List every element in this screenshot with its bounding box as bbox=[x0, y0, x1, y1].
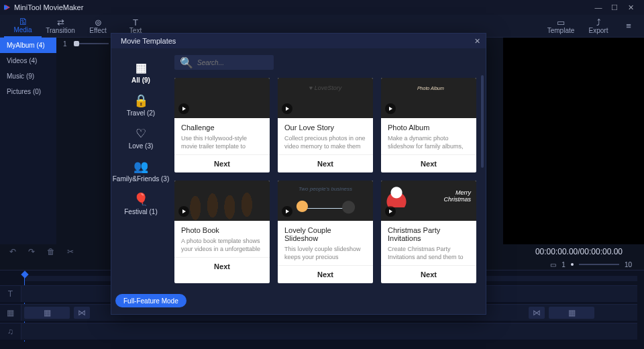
sidebar-item-pictures[interactable]: Pictures (0) bbox=[0, 84, 56, 99]
play-icon[interactable] bbox=[178, 206, 189, 217]
video-clip[interactable]: ▦ bbox=[24, 307, 70, 319]
sidebar-item-label: MyAlbum (4) bbox=[7, 42, 45, 49]
play-icon[interactable] bbox=[385, 206, 396, 217]
fit-icon[interactable]: ▭ bbox=[550, 261, 556, 268]
app-title: MiniTool MovieMaker bbox=[14, 3, 83, 11]
search-box[interactable]: 🔍 bbox=[174, 55, 274, 70]
heart-icon: ♡ bbox=[136, 128, 146, 140]
tab-export-label: Export bbox=[589, 27, 608, 34]
category-label: All (9) bbox=[131, 77, 150, 84]
preview-monitor bbox=[503, 38, 644, 244]
template-card[interactable]: Photo AlbumMake a dynamic photo slidesho… bbox=[381, 78, 476, 172]
template-thumbnail bbox=[381, 181, 476, 221]
tab-media-label: Media bbox=[13, 26, 32, 34]
category-label: Festival (1) bbox=[124, 208, 157, 215]
tab-export[interactable]: ⤴ Export bbox=[580, 15, 617, 38]
menu-icon: ≡ bbox=[626, 21, 631, 30]
audio-track-icon: ♫ bbox=[0, 323, 21, 340]
hamburger-menu[interactable]: ≡ bbox=[617, 15, 640, 38]
play-icon[interactable] bbox=[385, 103, 396, 114]
category-festival[interactable]: 🎈 Festival (1) bbox=[124, 193, 157, 215]
transition-clip[interactable]: ⋈ bbox=[529, 307, 545, 319]
category-love[interactable]: ♡ Love (3) bbox=[129, 128, 154, 150]
template-description: This lovely couple slideshow keeps your … bbox=[284, 245, 366, 261]
play-icon[interactable] bbox=[282, 206, 292, 217]
lock-icon: 🔒 bbox=[133, 95, 148, 107]
next-button[interactable]: Next bbox=[381, 265, 476, 283]
audio-track[interactable]: ♫ bbox=[0, 323, 637, 340]
thumbnail-size-slider[interactable] bbox=[74, 43, 109, 44]
search-icon: 🔍 bbox=[180, 56, 193, 69]
minimize-button[interactable]: — bbox=[590, 3, 606, 11]
sidebar-item-myalbum[interactable]: MyAlbum (4) bbox=[0, 38, 56, 53]
template-card[interactable]: Photo BookA photo book template shows yo… bbox=[174, 181, 270, 283]
dialog-title: Movie Templates bbox=[121, 37, 176, 45]
text-track-icon: T bbox=[0, 286, 21, 302]
template-grid-area: 🔍 ChallengeUse this Hollywood-style movi… bbox=[170, 48, 486, 314]
sidebar-item-music[interactable]: Music (9) bbox=[0, 68, 56, 84]
template-description: Create Christmas Party Invitations and s… bbox=[388, 245, 470, 261]
scrollbar-thumb[interactable] bbox=[481, 75, 484, 168]
template-title: Photo Album bbox=[388, 123, 470, 132]
play-icon[interactable] bbox=[178, 103, 189, 114]
scrollbar[interactable] bbox=[481, 75, 484, 307]
maximize-button[interactable]: ☐ bbox=[606, 3, 623, 12]
next-button[interactable]: Next bbox=[278, 154, 373, 172]
zoom-max: 10 bbox=[625, 261, 632, 268]
tab-transition[interactable]: ⇄ Transition bbox=[42, 15, 79, 38]
full-feature-label: Full-Feature Mode bbox=[123, 297, 178, 305]
close-button[interactable]: ✕ bbox=[623, 3, 639, 12]
category-label: Travel (2) bbox=[127, 109, 155, 117]
category-label: Family&Friends (3) bbox=[113, 175, 169, 183]
next-button[interactable]: Next bbox=[278, 265, 373, 283]
redo-button[interactable]: ↷ bbox=[28, 247, 35, 256]
sidebar-item-label: Pictures (0) bbox=[7, 88, 41, 95]
template-thumbnail bbox=[174, 78, 270, 118]
dialog-titlebar: Movie Templates ✕ bbox=[111, 34, 486, 48]
template-thumbnail bbox=[278, 181, 373, 221]
tab-template[interactable]: ▭ Template bbox=[542, 15, 580, 38]
next-button[interactable]: Next bbox=[381, 154, 476, 172]
template-title: Christmas Party Invitations bbox=[388, 226, 470, 242]
category-travel[interactable]: 🔒 Travel (2) bbox=[127, 95, 155, 117]
template-card[interactable]: Lovely Couple SlideshowThis lovely coupl… bbox=[278, 181, 373, 283]
export-icon: ⤴ bbox=[596, 18, 601, 27]
cut-button[interactable]: ✂ bbox=[67, 247, 74, 256]
zoom-slider[interactable] bbox=[579, 264, 619, 265]
transition-icon: ⇄ bbox=[57, 18, 64, 27]
sidebar-item-videos[interactable]: Videos (4) bbox=[0, 53, 56, 68]
search-input[interactable] bbox=[197, 59, 268, 66]
template-title: Lovely Couple Slideshow bbox=[284, 226, 366, 242]
next-button[interactable]: Next bbox=[174, 257, 270, 275]
next-button[interactable]: Next bbox=[174, 154, 270, 172]
effect-icon: ⊚ bbox=[95, 18, 102, 27]
template-icon: ▭ bbox=[557, 18, 565, 27]
template-description: Use this Hollywood-style movie trailer t… bbox=[181, 134, 263, 150]
template-card[interactable]: Christmas Party InvitationsCreate Christ… bbox=[381, 181, 476, 283]
delete-button[interactable]: 🗑 bbox=[47, 247, 55, 256]
movie-templates-dialog: Movie Templates ✕ ▦ All (9) 🔒 Travel (2)… bbox=[111, 33, 486, 315]
template-title: Photo Book bbox=[181, 226, 263, 234]
tab-effect-label: Effect bbox=[89, 27, 106, 34]
category-family-friends[interactable]: 👥 Family&Friends (3) bbox=[113, 160, 169, 183]
video-clip[interactable]: ▦ bbox=[549, 307, 594, 319]
template-thumbnail bbox=[174, 181, 270, 221]
titlebar: MiniTool MovieMaker — ☐ ✕ bbox=[0, 0, 644, 15]
tab-media[interactable]: 🖻 Media bbox=[4, 15, 42, 38]
dialog-close-button[interactable]: ✕ bbox=[474, 37, 480, 46]
template-description: Collect precious photos in one video mem… bbox=[284, 134, 366, 150]
grid-icon: ▦ bbox=[136, 62, 147, 74]
sidebar-item-label: Music (9) bbox=[7, 72, 34, 80]
tab-template-label: Template bbox=[547, 27, 575, 34]
template-card[interactable]: ChallengeUse this Hollywood-style movie … bbox=[174, 78, 270, 172]
template-thumbnail bbox=[278, 78, 373, 118]
play-icon[interactable] bbox=[282, 103, 292, 114]
category-all[interactable]: ▦ All (9) bbox=[131, 62, 150, 84]
full-feature-mode-button[interactable]: Full-Feature Mode bbox=[115, 294, 186, 307]
people-icon: 👥 bbox=[133, 160, 148, 172]
media-icon: 🖻 bbox=[19, 17, 28, 26]
undo-button[interactable]: ↶ bbox=[9, 247, 16, 256]
slider-thumb[interactable] bbox=[74, 41, 79, 46]
template-card[interactable]: Our Love StoryCollect precious photos in… bbox=[278, 78, 373, 172]
transition-clip[interactable]: ⋈ bbox=[74, 307, 90, 319]
